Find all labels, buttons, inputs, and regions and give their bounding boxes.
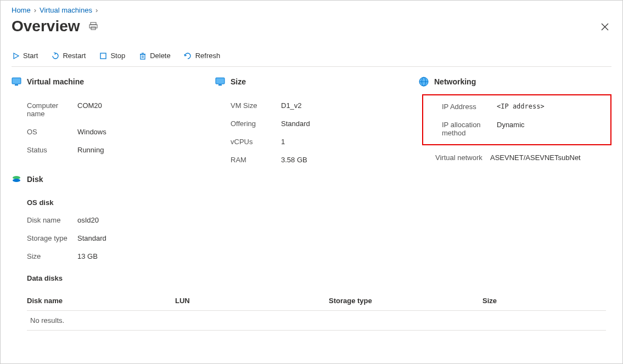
col-header-disk-name: Disk name [27, 297, 175, 305]
svg-rect-7 [141, 54, 145, 59]
data-disks-table: Disk name LUN Storage type Size No resul… [12, 291, 611, 331]
delete-button[interactable]: Delete [138, 50, 171, 61]
label-ip-alloc: IP allocation method [425, 121, 497, 137]
refresh-label: Refresh [195, 52, 221, 60]
data-disks-heading: Data disks [12, 270, 611, 287]
networking-section: Networking IP Address<IP address> IP all… [419, 77, 611, 169]
refresh-button[interactable]: Refresh [184, 50, 221, 61]
table-header-row: Disk name LUN Storage type Size [27, 291, 606, 311]
restart-label: Restart [63, 52, 86, 60]
value-ip-alloc: Dynamic [497, 121, 525, 137]
vm-heading: Virtual machine [27, 77, 84, 86]
toolbar: Start Restart Stop Delete Refresh [12, 47, 611, 67]
start-button[interactable]: Start [12, 50, 38, 61]
monitor-icon [215, 77, 225, 87]
value-vm-size: D1_v2 [281, 101, 302, 110]
label-storage-type: Storage type [12, 234, 77, 242]
col-header-storage-type: Storage type [329, 297, 482, 305]
vm-section: Virtual machine Computer nameCOM20 OSWin… [12, 77, 204, 169]
svg-point-20 [13, 179, 20, 182]
value-status: Running [77, 146, 104, 154]
networking-heading: Networking [434, 77, 476, 86]
page-title: Overview [12, 18, 80, 35]
value-vnet: ASEVNET/ASEVNETsubNet [490, 153, 581, 162]
label-vnet: Virtual network [419, 153, 490, 162]
delete-label: Delete [150, 52, 171, 60]
globe-icon [419, 77, 429, 87]
restart-button[interactable]: Restart [51, 50, 86, 61]
size-section: Size VM SizeD1_v2 OfferingStandard vCPUs… [215, 77, 408, 169]
col-header-lun: LUN [175, 297, 329, 305]
print-icon[interactable] [89, 22, 98, 31]
label-vcpus: vCPUs [215, 138, 281, 146]
value-vcpus: 1 [281, 138, 285, 146]
svg-marker-5 [14, 53, 19, 59]
svg-rect-15 [218, 84, 222, 86]
svg-rect-13 [15, 84, 18, 86]
networking-highlight: IP Address<IP address> IP allocation met… [422, 94, 611, 145]
value-computer-name: COM20 [77, 101, 102, 118]
label-disk-size: Size [12, 252, 77, 260]
value-offering: Standard [281, 120, 310, 128]
label-computer-name: Computer name [12, 101, 77, 118]
table-row: No results. [27, 311, 606, 331]
chevron-right-icon: › [96, 6, 98, 14]
os-disk-heading: OS disk [12, 194, 611, 211]
no-results-text: No results. [27, 316, 64, 325]
stop-icon [99, 52, 107, 60]
label-vm-size: VM Size [215, 101, 281, 110]
value-storage-type: Standard [77, 234, 106, 242]
disk-heading: Disk [27, 175, 43, 184]
label-status: Status [12, 146, 77, 154]
value-ram: 3.58 GB [281, 156, 307, 164]
restart-icon [51, 52, 59, 60]
breadcrumb-virtual-machines[interactable]: Virtual machines [40, 6, 92, 14]
svg-rect-12 [12, 78, 21, 84]
stop-label: Stop [110, 52, 125, 60]
svg-rect-0 [91, 22, 96, 25]
value-disk-size: 13 GB [77, 252, 98, 260]
breadcrumb: Home › Virtual machines › [12, 6, 611, 14]
label-ip-address: IP Address [425, 103, 497, 111]
label-os: OS [12, 128, 77, 136]
svg-rect-1 [89, 25, 97, 28]
label-offering: Offering [215, 120, 281, 128]
disk-icon [12, 174, 21, 184]
close-button[interactable] [600, 22, 609, 31]
svg-rect-14 [216, 78, 224, 84]
breadcrumb-home[interactable]: Home [12, 6, 31, 14]
stop-button[interactable]: Stop [99, 50, 125, 61]
delete-icon [138, 52, 147, 60]
refresh-icon [184, 52, 192, 60]
play-icon [12, 52, 20, 60]
svg-rect-6 [100, 53, 106, 59]
col-header-size: Size [482, 297, 606, 305]
size-heading: Size [231, 77, 246, 86]
chevron-right-icon: › [34, 6, 36, 14]
start-label: Start [23, 52, 38, 60]
label-disk-name: Disk name [12, 216, 77, 224]
value-ip-address: <IP address> [497, 103, 545, 111]
disk-section: Disk OS disk Disk nameosId20 Storage typ… [12, 174, 611, 331]
label-ram: RAM [215, 156, 281, 164]
monitor-icon [12, 77, 21, 87]
value-disk-name: osId20 [77, 216, 99, 224]
value-os: Windows [77, 128, 106, 136]
